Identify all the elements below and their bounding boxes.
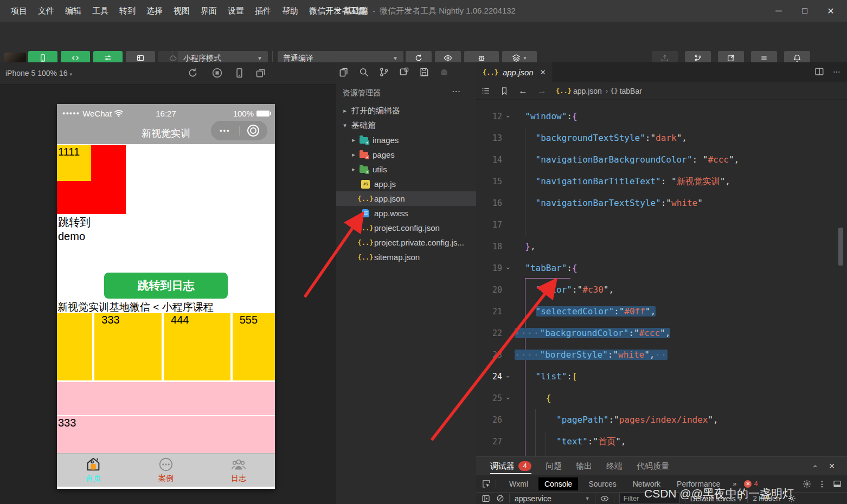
explorer-more-icon[interactable]: ⋯ xyxy=(452,86,461,96)
debug-tab-问题[interactable]: 问题 xyxy=(546,457,562,475)
code-area[interactable]: 12 "], 13 › "window":{ 14 "backgroundTex… xyxy=(476,99,847,456)
code-line-19[interactable]: 19 }, xyxy=(476,236,847,257)
divider xyxy=(614,494,614,503)
menu-7[interactable]: 界面 xyxy=(195,6,222,16)
minimize-button[interactable]: ─ xyxy=(766,0,792,22)
console-sidebar-icon[interactable] xyxy=(482,494,490,503)
code-line-28[interactable]: 28 "text":"首页", xyxy=(476,431,847,453)
tree-item-sitemap.json[interactable]: {..} sitemap.json xyxy=(336,250,476,264)
forward-icon[interactable]: → xyxy=(537,86,547,96)
close-panel-icon[interactable]: ✕ xyxy=(829,462,835,471)
debug-tab-代码质量[interactable]: 代码质量 xyxy=(637,457,669,475)
menu-6[interactable]: 视图 xyxy=(168,6,195,16)
battery-percent: 100% xyxy=(233,109,254,118)
tree-item-project.private.config.js...[interactable]: {..} project.private.config.js... xyxy=(336,235,476,250)
menu-8[interactable]: 设置 xyxy=(222,6,249,16)
menu-5[interactable]: 选择 xyxy=(141,6,168,16)
stop-icon[interactable] xyxy=(211,67,223,79)
tree-item-app.json[interactable]: {..} app.json xyxy=(336,191,476,206)
devtools-tab-Console[interactable]: Console xyxy=(538,477,578,490)
tab-app-json[interactable]: {..} app.json ✕ xyxy=(476,62,553,82)
split-panels-icon[interactable] xyxy=(399,67,409,77)
breadcrumb-file[interactable]: app.json xyxy=(573,87,602,95)
restart-icon[interactable] xyxy=(187,67,198,79)
debug-tab-终端[interactable]: 终端 xyxy=(606,457,623,475)
code-line-20[interactable]: 20 › "tabBar":{ xyxy=(476,257,847,279)
live-expression-icon[interactable] xyxy=(600,494,609,503)
editor-scrollbar[interactable] xyxy=(838,228,843,266)
split-editor-icon[interactable] xyxy=(814,67,824,76)
code-line-25[interactable]: 25 › "list":[ xyxy=(476,366,847,387)
tabbar-item-案例[interactable]: 案例 xyxy=(130,454,202,487)
tree-section-打开的编辑器[interactable]: ▸ 打开的编辑器 xyxy=(336,104,476,118)
device-frame-icon[interactable] xyxy=(234,67,245,79)
search-icon[interactable] xyxy=(358,67,369,77)
mini-program-page: 1111 跳转到 demo 跳转到日志 新视觉实训基地微信 < 小程序课程 33… xyxy=(57,144,275,453)
menu-0[interactable]: 项目 xyxy=(5,6,33,16)
collapse-panel-icon[interactable]: › xyxy=(810,465,819,468)
explorer-panel: 资源管理器 ⋯ ▸ 打开的编辑器 ▾ 基础篇 ▸ ● images ▸ ● pa… xyxy=(336,62,477,504)
tree-item-pages[interactable]: ▸ ● pages xyxy=(336,147,476,162)
code-line-17[interactable]: 17 "navigationBarTextStyle":"white" xyxy=(476,192,847,214)
jump-text-line1[interactable]: 跳转到 xyxy=(58,215,91,230)
code-line-18[interactable]: 18 xyxy=(476,214,847,236)
tree-item-app.wxss[interactable]: app.wxss xyxy=(336,206,476,221)
devtools-tab-Sources[interactable]: Sources xyxy=(582,477,622,490)
tree-item-images[interactable]: ▸ ● images xyxy=(336,133,476,147)
code-line-26[interactable]: 26 › { xyxy=(476,387,847,409)
outline-icon[interactable] xyxy=(481,86,490,95)
more-actions-icon[interactable]: ⋯ xyxy=(833,67,842,76)
code-line-24[interactable]: 24 ····"borderStyle":"white",·· xyxy=(476,344,847,366)
code-line-16[interactable]: 16 "navigationBarTitleText": "新视觉实训", xyxy=(476,171,847,192)
menu-bar: 项目文件编辑工具转到选择视图界面设置插件帮助微信开发者工具 xyxy=(0,6,371,16)
close-button[interactable]: ✕ xyxy=(818,0,844,22)
clear-console-icon[interactable] xyxy=(496,494,504,502)
menu-1[interactable]: 文件 xyxy=(33,6,60,16)
source-control-icon[interactable] xyxy=(378,67,389,77)
debug-tab-调试器[interactable]: 调试器4 xyxy=(490,457,531,475)
back-icon[interactable]: ← xyxy=(518,86,528,96)
context-select[interactable]: appservice xyxy=(515,494,551,503)
menu-2[interactable]: 编辑 xyxy=(60,6,87,16)
code-line-23[interactable]: 23 ····"backgroundColor":"#ccc", xyxy=(476,322,847,344)
code-line-22[interactable]: 22 "selectedColor":"#0ff", xyxy=(476,301,847,322)
jump-to-logs-button[interactable]: 跳转到日志 xyxy=(104,273,228,299)
files-icon[interactable] xyxy=(338,67,349,77)
inspect-icon[interactable] xyxy=(482,479,491,488)
settings-gear-icon[interactable] xyxy=(803,480,811,488)
tabbar-item-首页[interactable]: 首页 xyxy=(57,454,130,487)
chevron-down-icon: ▼ xyxy=(257,55,262,61)
devtools-tab-Wxml[interactable]: Wxml xyxy=(503,477,534,490)
more-icon[interactable]: ••• xyxy=(211,127,239,135)
bookmark-icon[interactable] xyxy=(500,87,509,95)
save-icon[interactable] xyxy=(419,67,429,77)
extensions-icon[interactable] xyxy=(439,67,450,77)
maximize-button[interactable]: □ xyxy=(792,0,818,22)
jump-text-line2[interactable]: demo xyxy=(58,230,85,243)
pink-row-1 xyxy=(57,382,275,415)
menu-10[interactable]: 帮助 xyxy=(277,6,304,16)
project-name: 基础篇 xyxy=(344,6,368,16)
code-line-21[interactable]: 21 "color":"#c30", xyxy=(476,279,847,301)
kebab-menu-icon[interactable]: ⋮ xyxy=(818,480,826,488)
tree-item-utils[interactable]: ▸ ● utils xyxy=(336,162,476,177)
tree-item-project.config.json[interactable]: {..} project.config.json xyxy=(336,221,476,235)
multi-window-icon[interactable] xyxy=(255,67,266,79)
tabbar-item-日志[interactable]: 日志 xyxy=(202,454,275,487)
dock-icon[interactable] xyxy=(833,480,842,488)
code-line-14[interactable]: 14 "backgroundTextStyle":"dark", xyxy=(476,127,847,149)
exit-icon[interactable] xyxy=(240,125,268,137)
device-selector[interactable]: iPhone 5 100% 16▾ xyxy=(0,69,72,77)
breadcrumb-node[interactable]: tabBar xyxy=(620,87,642,95)
close-tab-icon[interactable]: ✕ xyxy=(540,68,546,76)
code-line-27[interactable]: 27 "pagePath":"pages/index/index", xyxy=(476,409,847,431)
debug-tab-输出[interactable]: 输出 xyxy=(576,457,592,475)
tree-section-基础篇[interactable]: ▾ 基础篇 xyxy=(336,118,476,133)
menu-4[interactable]: 转到 xyxy=(114,6,141,16)
code-line-15[interactable]: 15 "navigationBarBackgroundColor": "#ccc… xyxy=(476,149,847,171)
code-line-13[interactable]: 13 › "window":{ xyxy=(476,106,847,127)
menu-9[interactable]: 插件 xyxy=(249,6,277,16)
code-line-12[interactable]: 12 "], xyxy=(476,99,847,106)
tree-item-app.js[interactable]: JS app.js xyxy=(336,177,476,191)
menu-3[interactable]: 工具 xyxy=(87,6,114,16)
